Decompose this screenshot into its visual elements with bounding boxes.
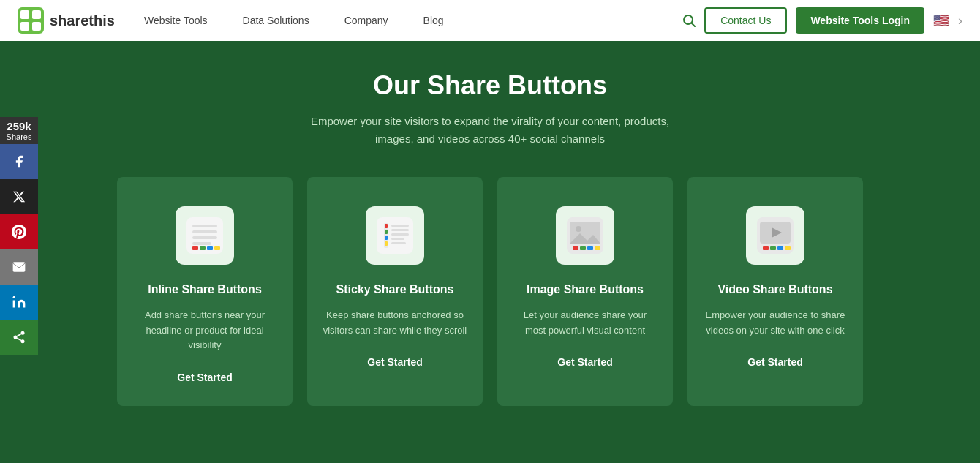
inline-share-card: Inline Share Buttons Add share buttons n…	[117, 177, 293, 406]
logo-text: sharethis	[50, 12, 115, 29]
facebook-share-button[interactable]	[0, 144, 38, 179]
svg-point-5	[684, 15, 693, 24]
svg-rect-16	[192, 230, 217, 233]
general-share-button[interactable]	[0, 320, 38, 355]
svg-line-12	[17, 338, 21, 340]
linkedin-icon	[12, 295, 26, 309]
main-content: Our Share Buttons Empower your site visi…	[0, 41, 980, 463]
share-icon	[12, 330, 26, 345]
svg-rect-40	[587, 246, 593, 250]
share-count: 259k	[4, 120, 34, 132]
svg-rect-18	[192, 242, 211, 245]
svg-rect-21	[207, 246, 213, 250]
hero-section: Our Share Buttons Empower your site visi…	[15, 70, 965, 148]
linkedin-share-button[interactable]	[0, 285, 38, 320]
video-get-started[interactable]: Get Started	[747, 356, 802, 368]
svg-point-10	[14, 336, 18, 339]
share-count-display: 259k Shares	[0, 117, 38, 144]
email-share-button[interactable]	[0, 249, 38, 285]
nav-actions: Contact Us Website Tools Login 🇺🇸 ›	[682, 7, 962, 34]
social-sidebar: 259k Shares	[0, 117, 38, 355]
svg-rect-17	[192, 236, 217, 239]
svg-rect-28	[385, 241, 388, 246]
svg-rect-22	[214, 246, 220, 250]
language-selector[interactable]: 🇺🇸	[933, 12, 949, 29]
search-icon	[682, 14, 696, 27]
nav-blog[interactable]: Blog	[423, 15, 444, 26]
pinterest-icon	[12, 225, 26, 239]
video-icon-wrapper	[746, 206, 804, 265]
pinterest-share-button[interactable]	[0, 214, 38, 249]
svg-rect-19	[192, 246, 198, 250]
sticky-card-title: Sticky Share Buttons	[322, 282, 468, 298]
facebook-icon	[12, 154, 26, 169]
svg-rect-47	[777, 246, 783, 250]
svg-rect-1	[20, 10, 29, 19]
sticky-icon-wrapper	[366, 206, 424, 265]
cards-container: Inline Share Buttons Add share buttons n…	[51, 177, 929, 406]
twitter-share-button[interactable]	[0, 179, 38, 214]
svg-point-11	[21, 339, 25, 343]
nav-website-tools[interactable]: Website Tools	[144, 15, 208, 26]
svg-rect-31	[391, 233, 409, 236]
hero-subtitle: Empower your site visitors to expand the…	[293, 113, 687, 148]
search-button[interactable]	[682, 14, 696, 27]
twitter-x-icon	[12, 190, 26, 203]
inline-card-desc: Add share buttons near your headline or …	[132, 308, 278, 353]
svg-line-13	[17, 334, 21, 336]
svg-point-9	[21, 331, 25, 335]
svg-rect-25	[385, 224, 388, 228]
svg-line-6	[692, 23, 695, 26]
sticky-card-desc: Keep share buttons anchored so visitors …	[322, 308, 468, 339]
svg-point-36	[576, 226, 581, 232]
svg-rect-20	[200, 246, 206, 250]
svg-rect-27	[385, 236, 388, 240]
us-flag-icon: 🇺🇸	[933, 12, 949, 29]
login-button[interactable]: Website Tools Login	[796, 7, 924, 34]
inline-share-icon	[184, 214, 226, 257]
video-card-desc: Empower your audience to share videos on…	[702, 308, 848, 339]
svg-rect-45	[763, 246, 769, 250]
image-share-icon	[564, 214, 606, 257]
svg-rect-2	[32, 10, 41, 19]
chevron-right-icon: ›	[958, 13, 962, 29]
inline-get-started[interactable]: Get Started	[177, 372, 232, 383]
sticky-share-icon	[374, 214, 416, 257]
svg-rect-26	[385, 230, 388, 234]
svg-rect-48	[785, 246, 791, 250]
nav-data-solutions[interactable]: Data Solutions	[243, 15, 309, 26]
image-get-started[interactable]: Get Started	[557, 356, 612, 368]
svg-rect-29	[391, 225, 409, 227]
image-icon-wrapper	[556, 206, 614, 265]
contact-button[interactable]: Contact Us	[704, 7, 787, 34]
image-card-title: Image Share Buttons	[512, 282, 658, 298]
svg-rect-4	[32, 22, 41, 31]
svg-rect-7	[13, 301, 15, 308]
image-share-card: Image Share Buttons Let your audience sh…	[497, 177, 673, 406]
inline-icon-wrapper	[176, 206, 234, 265]
inline-card-title: Inline Share Buttons	[132, 282, 278, 298]
email-icon	[12, 260, 26, 274]
svg-rect-32	[391, 238, 404, 240]
svg-rect-3	[20, 22, 29, 31]
svg-rect-15	[192, 225, 217, 227]
image-card-desc: Let your audience share your most powerf…	[512, 308, 658, 339]
navbar: sharethis Website Tools Data Solutions C…	[0, 0, 980, 41]
svg-rect-46	[770, 246, 776, 250]
logo[interactable]: sharethis	[18, 7, 115, 34]
video-share-card: Video Share Buttons Empower your audienc…	[687, 177, 863, 406]
svg-rect-33	[391, 242, 406, 244]
sharethis-logo-icon	[18, 7, 44, 34]
sticky-get-started[interactable]: Get Started	[367, 356, 422, 368]
sticky-share-card: Sticky Share Buttons Keep share buttons …	[307, 177, 483, 406]
svg-rect-30	[391, 229, 409, 231]
svg-rect-41	[595, 246, 600, 250]
svg-point-8	[13, 296, 15, 298]
video-share-icon	[754, 214, 796, 257]
nav-links: Website Tools Data Solutions Company Blo…	[144, 15, 682, 26]
svg-rect-39	[580, 246, 586, 250]
page-title: Our Share Buttons	[15, 70, 965, 101]
video-card-title: Video Share Buttons	[702, 282, 848, 298]
nav-company[interactable]: Company	[344, 15, 388, 26]
shares-label: Shares	[4, 132, 34, 141]
